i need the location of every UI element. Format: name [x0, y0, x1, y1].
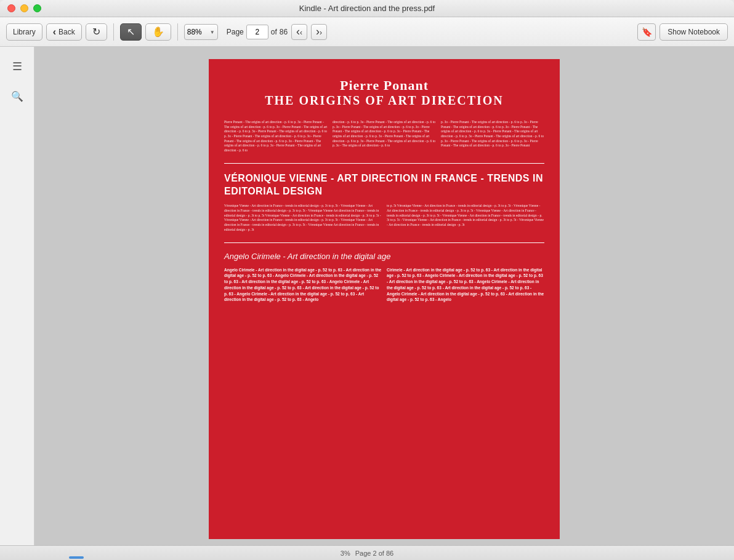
toolbar: Library Back ↖ ✋ 88% 50% 75% 100% 125% 1… — [0, 17, 734, 47]
divider-1 — [224, 163, 544, 164]
ponant-body: Pierre Ponant - The origins of art direc… — [224, 120, 544, 153]
sidebar-toc-button[interactable]: ☰ — [7, 57, 27, 76]
traffic-lights — [7, 4, 41, 12]
bookmark-icon: 🔖 — [642, 27, 652, 37]
back-arrow-icon — [53, 26, 56, 38]
search-icon: 🔍 — [11, 90, 23, 102]
section-veronique: VÉRONIQUE VIENNE - ART DIRECTION IN FRAN… — [224, 172, 544, 233]
pdf-page: Pierre Ponant The origins of art directi… — [209, 59, 560, 539]
next-page-button[interactable]: › — [311, 24, 327, 40]
veronique-col2: to p. 5t Véronique Vienne - Art directio… — [387, 204, 544, 232]
page-total: 86 — [280, 28, 288, 36]
title-bar: Kindle - Art direction and the press.pdf — [0, 0, 734, 17]
of-label: of — [271, 28, 277, 36]
angelo-title: Angelo Cirimele - Art direction in the d… — [224, 252, 544, 261]
veronique-title: VÉRONIQUE VIENNE - ART DIRECTION IN FRAN… — [224, 172, 544, 198]
section-ponant: Pierre Ponant The origins of art directi… — [224, 78, 544, 108]
divider-2 — [224, 242, 544, 243]
minimize-button[interactable] — [20, 4, 28, 12]
angelo-col1: Angelo Cirimele - Art direction in the d… — [224, 267, 382, 303]
library-button[interactable]: Library — [6, 23, 42, 41]
ponant-col1: Pierre Ponant - The origins of art direc… — [224, 120, 328, 153]
maximize-button[interactable] — [33, 4, 41, 12]
toolbar-separator-1 — [113, 23, 114, 41]
prev-page-icon: ‹ — [296, 25, 302, 38]
sidebar-search-button[interactable]: 🔍 — [7, 86, 27, 106]
veronique-col1: Véronique Vienne - Art direction in Fran… — [224, 204, 382, 232]
page-number-input[interactable] — [246, 25, 268, 39]
status-bar: 3% Page 2 of 86 — [0, 545, 734, 560]
page-status: Page 2 of 86 — [355, 550, 393, 557]
back-label: Back — [58, 28, 75, 36]
veronique-body: Véronique Vienne - Art direction in Fran… — [224, 204, 544, 232]
progress-indicator — [69, 556, 84, 559]
ponant-col3: p. 3o - Pierre Ponant - The origins of a… — [441, 120, 544, 153]
ponant-col2: direction - p. 6 to p. 3o - Pierre Ponan… — [333, 120, 436, 153]
show-notebook-button[interactable]: Show Notebook — [659, 23, 728, 41]
ponant-title: Pierre Ponant — [224, 78, 544, 94]
section-angelo: Angelo Cirimele - Art direction in the d… — [224, 252, 544, 303]
progress-percent: 3% — [341, 550, 350, 557]
back-button[interactable]: Back — [46, 23, 82, 41]
refresh-icon — [92, 26, 100, 38]
toc-icon: ☰ — [12, 60, 22, 73]
next-page-icon: › — [316, 25, 322, 38]
main-area: ☰ 🔍 Pierre Ponant The origins of art dir… — [0, 47, 734, 545]
toolbar-separator-2 — [177, 23, 178, 41]
window-title: Kindle - Art direction and the press.pdf — [299, 4, 435, 13]
hand-tool-button[interactable]: ✋ — [145, 23, 171, 41]
close-button[interactable] — [7, 4, 15, 12]
page-controls: Page of 86 — [222, 25, 288, 39]
content-area[interactable]: Pierre Ponant The origins of art directi… — [34, 47, 734, 545]
prev-page-button[interactable]: ‹ — [291, 24, 307, 40]
cursor-icon: ↖ — [127, 26, 135, 38]
bookmark-button[interactable]: 🔖 — [637, 23, 656, 41]
zoom-select-wrap[interactable]: 88% 50% 75% 100% 125% 150% — [184, 24, 218, 40]
page-label: Page — [227, 28, 244, 36]
angelo-col2: Cirimele - Art direction in the digital … — [387, 267, 544, 303]
sidebar: ☰ 🔍 — [0, 47, 34, 545]
hand-icon: ✋ — [152, 26, 164, 38]
ponant-subtitle: The origins of art direction — [224, 94, 544, 108]
zoom-select[interactable]: 88% 50% 75% 100% 125% 150% — [184, 24, 218, 40]
angelo-body: Angelo Cirimele - Art direction in the d… — [224, 267, 544, 303]
refresh-button[interactable] — [86, 23, 107, 41]
cursor-tool-button[interactable]: ↖ — [120, 23, 142, 41]
